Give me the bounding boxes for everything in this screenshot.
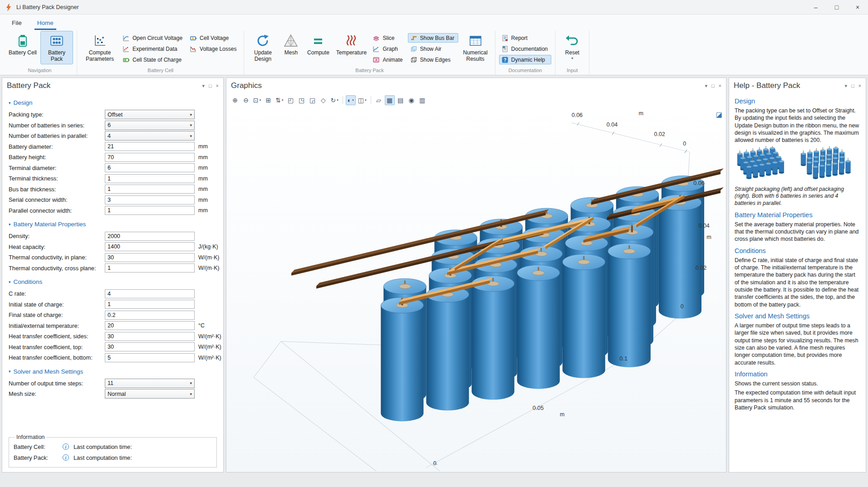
info-icon[interactable]: i xyxy=(63,454,69,461)
menu-file[interactable]: File xyxy=(9,17,25,30)
section-conditions[interactable]: ▾ Conditions xyxy=(9,278,217,285)
close-panel-icon[interactable]: × xyxy=(216,83,219,88)
thermal-conductivity-in-plane-input[interactable] xyxy=(105,253,195,262)
zoom-extents-button[interactable]: ⊞ xyxy=(263,95,273,105)
show-axes-button[interactable]: ▤ xyxy=(396,95,406,105)
section-solver-mesh-settings[interactable]: ▾ Solver and Mesh Settings xyxy=(9,368,217,375)
compute-parameters-button[interactable]: Compute Parameters xyxy=(81,31,119,64)
open-circuit-voltage-button[interactable]: Open Circuit Voltage xyxy=(120,33,186,43)
chevron-down-icon: ▾ xyxy=(9,369,11,374)
initial-temperature-input[interactable] xyxy=(105,321,195,330)
go-to-default-3d-view-button[interactable]: ◇ xyxy=(319,95,329,105)
zoom-out-button[interactable]: ⊖ xyxy=(241,95,251,105)
close-button[interactable]: × xyxy=(847,0,868,15)
update-design-button[interactable]: Update Design xyxy=(248,31,278,64)
snapshot-icon: ◉ xyxy=(408,97,414,104)
cell-voltage-button[interactable]: Cell Voltage xyxy=(187,33,240,43)
menu-home[interactable]: Home xyxy=(34,17,56,30)
window-layout-button[interactable]: ◫▾ xyxy=(357,95,368,105)
serial-connector-width-input[interactable] xyxy=(105,195,195,205)
htc-sides-input[interactable] xyxy=(105,332,195,341)
go-to-yz-view-button[interactable]: ◳ xyxy=(297,95,307,105)
button-label: Cell State of Charge xyxy=(132,57,181,63)
htc-top-input[interactable] xyxy=(105,342,195,351)
scene-light-button[interactable]: ◐▾ xyxy=(346,95,356,105)
thermal-conductivity-cross-plane-input[interactable] xyxy=(105,263,195,273)
info-icon[interactable]: i xyxy=(63,443,69,450)
temperature-button[interactable]: Temperature xyxy=(333,31,369,64)
battery-pack-button[interactable]: Battery Pack xyxy=(40,31,73,64)
battery-height-input[interactable] xyxy=(105,153,195,162)
button-label: Graph xyxy=(383,46,397,52)
axis-label: 0.05 xyxy=(533,405,544,411)
graphics-overlay-icon[interactable]: ◪ xyxy=(716,111,722,119)
field-unit: mm xyxy=(198,207,217,214)
documentation-icon xyxy=(501,45,509,53)
c-rate-input[interactable] xyxy=(105,289,195,298)
section-title: Design xyxy=(14,99,33,106)
minimize-button[interactable]: – xyxy=(805,0,826,15)
battery-diameter-input[interactable] xyxy=(105,142,195,151)
parallel-connector-width-input[interactable] xyxy=(105,206,195,215)
batteries-parallel-select[interactable]: 4 ▾ xyxy=(105,131,195,141)
go-to-yz-view-icon: ◳ xyxy=(299,97,304,104)
workspace: Battery Pack ▾ □ × ▾ Design Packing type… xyxy=(0,75,868,475)
zoom-in-button[interactable]: ⊕ xyxy=(230,95,240,105)
graph-button[interactable]: Graph xyxy=(370,44,406,54)
print-button[interactable]: ▥ xyxy=(417,95,427,105)
compute-button[interactable]: Compute xyxy=(304,31,332,64)
htc-bottom-input[interactable] xyxy=(105,353,195,362)
battery-cell-button[interactable]: Battery Cell xyxy=(6,31,39,64)
maximize-button[interactable]: □ xyxy=(826,0,847,15)
section-battery-material-properties[interactable]: ▾ Battery Material Properties xyxy=(9,221,217,228)
show-edges-toggle[interactable]: Show Edges xyxy=(408,55,458,64)
numerical-results-button[interactable]: Numerical Results xyxy=(460,31,491,64)
batteries-series-select[interactable]: 6 ▾ xyxy=(105,121,195,130)
view-orientation-button[interactable]: ⇅▾ xyxy=(274,95,284,105)
float-panel-icon[interactable]: □ xyxy=(711,83,715,88)
bus-bar-thickness-input[interactable] xyxy=(105,185,195,194)
panel-menu-icon[interactable]: ▾ xyxy=(844,83,847,89)
terminal-diameter-input[interactable] xyxy=(105,163,195,172)
zoom-in-icon: ⊕ xyxy=(232,97,238,104)
experimental-data-button[interactable]: Experimental Data xyxy=(120,44,186,54)
show-grid-button[interactable]: ▦ xyxy=(385,95,395,105)
reset-camera-button[interactable]: ↻▾ xyxy=(329,95,340,105)
report-button[interactable]: Report xyxy=(499,33,552,43)
slice-button[interactable]: Slice xyxy=(370,33,406,43)
mesh-button[interactable]: Mesh xyxy=(279,31,303,64)
density-input[interactable] xyxy=(105,232,195,241)
axis-label: 0.04 xyxy=(698,223,709,229)
voltage-losses-button[interactable]: Voltage Losses xyxy=(187,44,240,54)
field-unit: W/(m²·K) xyxy=(198,344,221,350)
close-panel-icon[interactable]: × xyxy=(719,83,721,88)
snapshot-button[interactable]: ◉ xyxy=(407,95,417,105)
zoom-box-button[interactable]: ⊡▾ xyxy=(252,95,262,105)
output-time-steps-select[interactable]: 11 ▾ xyxy=(105,379,195,388)
transparency-button[interactable]: ▱ xyxy=(374,95,384,105)
heat-capacity-input[interactable] xyxy=(105,242,195,251)
section-design[interactable]: ▾ Design xyxy=(9,99,217,106)
float-panel-icon[interactable]: □ xyxy=(209,83,212,88)
go-to-xy-view-button[interactable]: ◰ xyxy=(286,95,296,105)
show-bus-bar-toggle[interactable]: Show Bus Bar xyxy=(408,33,458,43)
go-to-zx-view-button[interactable]: ◲ xyxy=(308,95,318,105)
final-soc-input[interactable] xyxy=(105,311,195,320)
initial-soc-input[interactable] xyxy=(105,300,195,309)
documentation-button[interactable]: Documentation xyxy=(499,44,552,54)
titlebar: Li Battery Pack Designer – □ × xyxy=(0,0,868,15)
terminal-thickness-input[interactable] xyxy=(105,174,195,183)
float-panel-icon[interactable]: □ xyxy=(851,83,854,88)
dynamic-help-toggle[interactable]: ? Dynamic Help xyxy=(499,55,552,64)
field-unit: mm xyxy=(198,186,217,192)
reset-button[interactable]: Reset ▾ xyxy=(559,31,585,64)
mesh-size-select[interactable]: Normal ▾ xyxy=(105,389,195,399)
cell-state-of-charge-button[interactable]: Cell State of Charge xyxy=(120,55,186,64)
panel-menu-icon[interactable]: ▾ xyxy=(705,83,707,89)
graphics-3d-view[interactable]: 0.06 0.04 0.02 0 m 0.06 0.04 0.02 0 m 0.… xyxy=(226,107,726,472)
packing-type-select[interactable]: Offset ▾ xyxy=(105,110,195,119)
close-panel-icon[interactable]: × xyxy=(858,83,861,88)
panel-menu-icon[interactable]: ▾ xyxy=(202,83,205,89)
show-air-toggle[interactable]: Show Air xyxy=(408,44,458,54)
animate-button[interactable]: Animate xyxy=(370,55,406,64)
